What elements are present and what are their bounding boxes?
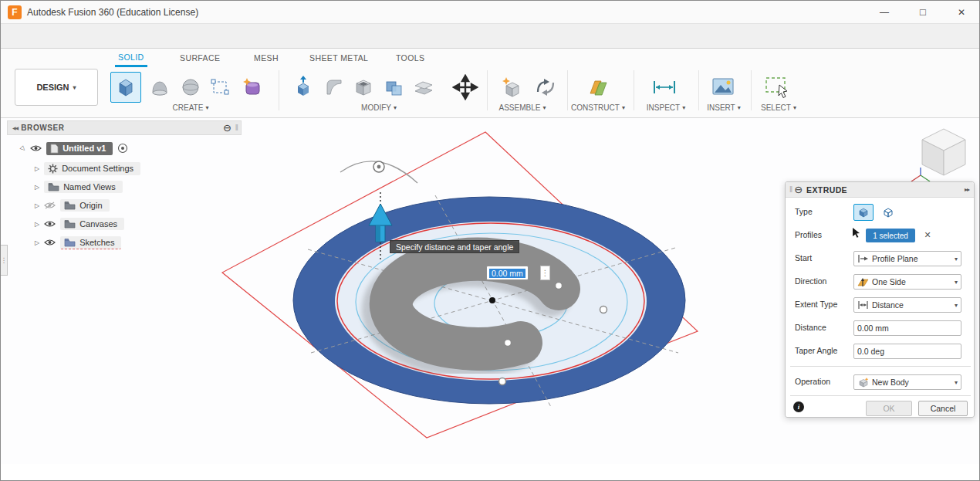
activate-component-icon[interactable] [117, 143, 128, 154]
extent-type-dropdown[interactable]: Distance ▾ [853, 297, 961, 313]
maximize-button[interactable]: □ [905, 1, 941, 23]
construct-plane-tool-button[interactable] [583, 72, 613, 103]
taper-angle-label: Taper Angle [795, 346, 837, 355]
taper-angle-input[interactable] [853, 344, 961, 359]
operation-value: New Body [872, 378, 909, 387]
fillet-tool-button[interactable] [319, 72, 350, 103]
browser-grip[interactable]: ‖ [235, 124, 238, 132]
minimize-button[interactable]: — [867, 1, 902, 23]
origin-point[interactable] [489, 297, 495, 303]
group-label-create[interactable]: CREATE▾ [152, 102, 229, 113]
dialog-minimize-icon[interactable]: ⊖ [794, 184, 803, 195]
dimension-input[interactable]: 0.00 mm [486, 266, 529, 280]
collapse-browser-icon[interactable]: ◀◀ [12, 125, 18, 130]
left-panel-handle[interactable]: ⋮ [1, 245, 8, 276]
model-viewport[interactable]: Specify distance and taper angle 0.00 mm… [1, 118, 980, 464]
extent-value: Distance [872, 300, 904, 310]
tree-expand-icon[interactable]: ▷ [35, 184, 39, 191]
browser-item-origin[interactable]: ▷ Origin [35, 197, 110, 214]
sketch-folder-icon [64, 238, 76, 247]
close-button[interactable]: ✕ [944, 1, 979, 23]
measure-icon [651, 75, 678, 100]
distance-input[interactable] [853, 320, 961, 336]
sweep-tool-button[interactable] [175, 72, 206, 103]
tree-expand-icon[interactable]: ▷ [35, 202, 39, 209]
browser-root-row[interactable]: ▷ Untitled v1 [21, 140, 128, 157]
start-dropdown[interactable]: Profile Plane ▾ [853, 251, 961, 266]
extrude-dialog: ‖ ⊖ EXTRUDE ▸▸ Type Profiles 1 selected … [785, 181, 975, 418]
tab-surface[interactable]: SURFACE [177, 49, 223, 67]
press-pull-tool-button[interactable] [288, 72, 319, 103]
combine-tool-button[interactable] [379, 72, 410, 103]
browser-item-named-views[interactable]: ▷ Named Views [35, 178, 123, 195]
move-icon [452, 74, 478, 100]
window-title: Autodesk Fusion 360 (Education License) [27, 7, 198, 18]
browser-item-document-settings[interactable]: ▷ Document Settings [35, 160, 140, 177]
new-component-tool-button[interactable] [496, 72, 527, 103]
design-workspace-selector[interactable]: DESIGN▾ [15, 69, 98, 106]
offset-face-tool-button[interactable] [408, 72, 439, 103]
dialog-expand-icon[interactable]: ▸▸ [965, 186, 969, 193]
browser-root-item[interactable]: Untitled v1 [46, 142, 113, 155]
browser-minimize-icon[interactable]: ⊖ [223, 122, 231, 134]
extrude-icon [114, 76, 137, 99]
measure-tool-button[interactable] [649, 72, 680, 103]
operation-dropdown[interactable]: New Body ▾ [853, 374, 961, 390]
group-label-construct[interactable]: CONSTRUCT▾ [559, 102, 637, 113]
extrude-dialog-title: EXTRUDE [806, 185, 847, 195]
revolve-tool-button[interactable] [144, 72, 175, 103]
tree-expand-icon[interactable]: ▷ [35, 165, 39, 172]
pattern-sketch-tool-button[interactable] [204, 72, 235, 103]
select-tool-button[interactable] [762, 72, 792, 103]
shell-icon [352, 76, 375, 99]
view-cube[interactable] [910, 124, 975, 186]
profiles-selected-chip[interactable]: 1 selected [866, 229, 915, 242]
extent-type-label: Extent Type [795, 300, 837, 309]
browser-item-canvases[interactable]: ▷ Canvases [35, 215, 124, 232]
eye-icon[interactable] [44, 220, 56, 228]
tab-mesh[interactable]: MESH [251, 49, 282, 67]
tab-tools[interactable]: TOOLS [393, 49, 427, 67]
type-solid-button[interactable] [853, 204, 874, 221]
create-form-icon [240, 75, 265, 100]
folder-icon [64, 219, 76, 229]
group-label-select[interactable]: SELECT▾ [740, 102, 817, 113]
tree-expanded-icon[interactable]: ▷ [19, 144, 28, 153]
profiles-label: Profiles [795, 230, 822, 239]
tree-expand-icon[interactable]: ▷ [35, 239, 39, 246]
group-label-assemble[interactable]: ASSEMBLE▾ [484, 102, 561, 113]
browser-item-sketches[interactable]: ▷ Sketches [35, 234, 121, 251]
create-form-tool-button[interactable] [237, 72, 268, 103]
insert-tool-button[interactable] [708, 72, 738, 103]
pattern-icon [208, 76, 231, 99]
extrude-tool-button[interactable] [110, 72, 141, 103]
new-body-icon [857, 377, 869, 388]
dialog-divider [790, 395, 971, 396]
view-cube-icon [910, 124, 975, 186]
extrude-dialog-header[interactable]: ‖ ⊖ EXTRUDE ▸▸ [786, 182, 974, 198]
dimension-value-selected: 0.00 mm [489, 269, 525, 278]
group-label-modify[interactable]: MODIFY▾ [340, 102, 417, 113]
fillet-icon [323, 76, 346, 99]
ok-button[interactable]: OK [866, 401, 912, 416]
tree-expand-icon[interactable]: ▷ [35, 221, 39, 228]
joint-tool-button[interactable] [530, 72, 561, 103]
quick-access-toolbar: ⊞ ▾ ↶ ▾ ↷ ▾ Untitled v1* ✕ + ↻ ? WJ [1, 24, 979, 49]
direction-dropdown[interactable]: One Side ▾ [853, 274, 961, 290]
browser-item-label: Document Settings [62, 164, 133, 173]
shell-tool-button[interactable] [348, 72, 379, 103]
dialog-grip[interactable]: ‖ [789, 185, 792, 194]
type-thin-button[interactable] [878, 204, 898, 221]
eye-icon[interactable] [30, 144, 42, 152]
dimension-input-grip[interactable]: ⋮ [540, 266, 550, 280]
clear-profiles-button[interactable]: ✕ [921, 228, 934, 242]
eye-icon[interactable] [44, 239, 56, 246]
tab-sheet-metal[interactable]: SHEET METAL [306, 49, 371, 67]
move-copy-tool-button[interactable] [448, 70, 482, 104]
cancel-button[interactable]: Cancel [918, 401, 968, 416]
info-icon[interactable]: i [793, 401, 804, 412]
browser-item-label: Named Views [63, 182, 116, 191]
tab-solid[interactable]: SOLID [115, 49, 147, 67]
eye-off-icon[interactable] [44, 202, 56, 209]
fusion-window: F Autodesk Fusion 360 (Education License… [0, 0, 980, 481]
